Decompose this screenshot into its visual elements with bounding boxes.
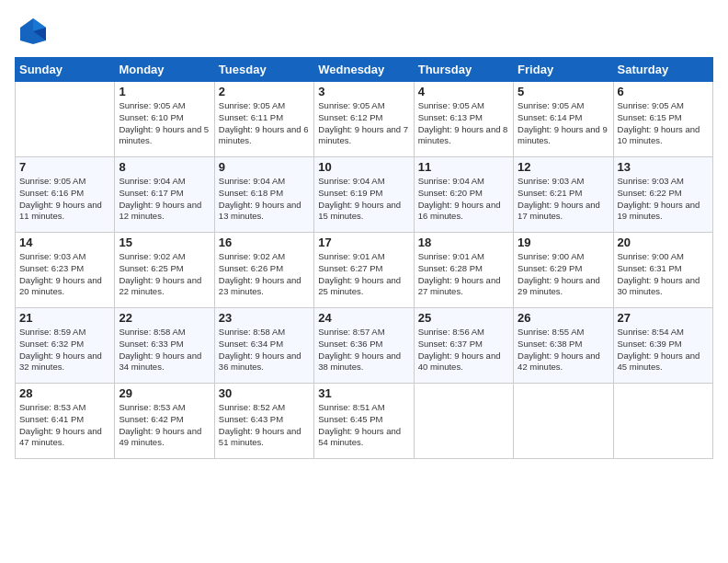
- weekday-header-sunday: Sunday: [16, 58, 115, 82]
- day-number: 21: [19, 311, 110, 325]
- cell-info: Sunrise: 8:53 AMSunset: 6:42 PMDaylight:…: [119, 402, 210, 449]
- weekday-header-thursday: Thursday: [414, 58, 513, 82]
- week-row-2: 14Sunrise: 9:03 AMSunset: 6:23 PMDayligh…: [16, 233, 713, 308]
- weekday-header-tuesday: Tuesday: [214, 58, 313, 82]
- cell-info: Sunrise: 9:02 AMSunset: 6:26 PMDaylight:…: [219, 251, 310, 298]
- calendar-cell: [16, 82, 115, 157]
- week-row-1: 7Sunrise: 9:05 AMSunset: 6:16 PMDaylight…: [16, 157, 713, 233]
- calendar-cell: 31Sunrise: 8:51 AMSunset: 6:45 PMDayligh…: [314, 384, 414, 459]
- weekday-header-row: SundayMondayTuesdayWednesdayThursdayFrid…: [16, 58, 713, 82]
- day-number: 15: [119, 236, 210, 249]
- calendar-cell: 13Sunrise: 9:03 AMSunset: 6:22 PMDayligh…: [613, 157, 712, 233]
- day-number: 18: [418, 236, 509, 249]
- calendar-cell: 6Sunrise: 9:05 AMSunset: 6:15 PMDaylight…: [613, 82, 712, 157]
- weekday-header-monday: Monday: [115, 58, 214, 82]
- calendar-cell: 28Sunrise: 8:53 AMSunset: 6:41 PMDayligh…: [16, 384, 115, 459]
- calendar-cell: 25Sunrise: 8:56 AMSunset: 6:37 PMDayligh…: [414, 308, 513, 384]
- day-number: 4: [418, 85, 509, 98]
- calendar-cell: [613, 384, 712, 459]
- cell-info: Sunrise: 9:05 AMSunset: 6:16 PMDaylight:…: [19, 176, 110, 223]
- calendar-cell: 8Sunrise: 9:04 AMSunset: 6:17 PMDaylight…: [115, 157, 214, 233]
- calendar-cell: 26Sunrise: 8:55 AMSunset: 6:38 PMDayligh…: [514, 308, 613, 384]
- week-row-0: 1Sunrise: 9:05 AMSunset: 6:10 PMDaylight…: [16, 82, 713, 157]
- cell-info: Sunrise: 8:58 AMSunset: 6:34 PMDaylight:…: [219, 327, 310, 373]
- day-number: 26: [518, 311, 609, 325]
- day-number: 24: [318, 311, 409, 325]
- calendar: SundayMondayTuesdayWednesdayThursdayFrid…: [15, 57, 713, 459]
- calendar-cell: 27Sunrise: 8:54 AMSunset: 6:39 PMDayligh…: [613, 308, 712, 384]
- cell-info: Sunrise: 9:03 AMSunset: 6:23 PMDaylight:…: [19, 251, 110, 298]
- day-number: 6: [618, 85, 709, 98]
- day-number: 10: [318, 160, 409, 174]
- calendar-cell: 1Sunrise: 9:05 AMSunset: 6:10 PMDaylight…: [115, 82, 214, 157]
- cell-info: Sunrise: 8:52 AMSunset: 6:43 PMDaylight:…: [219, 402, 310, 449]
- cell-info: Sunrise: 9:05 AMSunset: 6:11 PMDaylight:…: [219, 100, 310, 147]
- calendar-cell: 11Sunrise: 9:04 AMSunset: 6:20 PMDayligh…: [414, 157, 513, 233]
- calendar-cell: 12Sunrise: 9:03 AMSunset: 6:21 PMDayligh…: [514, 157, 613, 233]
- day-number: 1: [119, 85, 210, 98]
- cell-info: Sunrise: 9:05 AMSunset: 6:13 PMDaylight:…: [418, 100, 509, 147]
- day-number: 27: [618, 311, 709, 325]
- calendar-cell: 3Sunrise: 9:05 AMSunset: 6:12 PMDaylight…: [314, 82, 414, 157]
- calendar-cell: 15Sunrise: 9:02 AMSunset: 6:25 PMDayligh…: [115, 233, 214, 308]
- calendar-cell: 21Sunrise: 8:59 AMSunset: 6:32 PMDayligh…: [16, 308, 115, 384]
- cell-info: Sunrise: 8:55 AMSunset: 6:38 PMDaylight:…: [518, 327, 609, 373]
- cell-info: Sunrise: 8:57 AMSunset: 6:36 PMDaylight:…: [318, 327, 409, 373]
- calendar-cell: 23Sunrise: 8:58 AMSunset: 6:34 PMDayligh…: [214, 308, 313, 384]
- cell-info: Sunrise: 9:02 AMSunset: 6:25 PMDaylight:…: [119, 251, 210, 298]
- calendar-cell: 20Sunrise: 9:00 AMSunset: 6:31 PMDayligh…: [613, 233, 712, 308]
- day-number: 23: [219, 311, 310, 325]
- day-number: 29: [119, 386, 210, 400]
- day-number: 2: [219, 85, 310, 98]
- cell-info: Sunrise: 9:03 AMSunset: 6:22 PMDaylight:…: [618, 176, 709, 223]
- cell-info: Sunrise: 8:51 AMSunset: 6:45 PMDaylight:…: [318, 402, 409, 449]
- cell-info: Sunrise: 8:54 AMSunset: 6:39 PMDaylight:…: [618, 327, 709, 373]
- day-number: 19: [518, 236, 609, 249]
- day-number: 16: [219, 236, 310, 249]
- day-number: 31: [318, 386, 409, 400]
- calendar-cell: 14Sunrise: 9:03 AMSunset: 6:23 PMDayligh…: [16, 233, 115, 308]
- cell-info: Sunrise: 9:04 AMSunset: 6:20 PMDaylight:…: [418, 176, 509, 223]
- calendar-cell: 4Sunrise: 9:05 AMSunset: 6:13 PMDaylight…: [414, 82, 513, 157]
- calendar-cell: 16Sunrise: 9:02 AMSunset: 6:26 PMDayligh…: [214, 233, 313, 308]
- cell-info: Sunrise: 9:05 AMSunset: 6:10 PMDaylight:…: [119, 100, 210, 147]
- day-number: 28: [19, 386, 110, 400]
- calendar-cell: 24Sunrise: 8:57 AMSunset: 6:36 PMDayligh…: [314, 308, 414, 384]
- day-number: 20: [618, 236, 709, 249]
- day-number: 7: [19, 160, 110, 174]
- day-number: 22: [119, 311, 210, 325]
- cell-info: Sunrise: 9:01 AMSunset: 6:28 PMDaylight:…: [418, 251, 509, 298]
- calendar-cell: 19Sunrise: 9:00 AMSunset: 6:29 PMDayligh…: [514, 233, 613, 308]
- calendar-cell: 9Sunrise: 9:04 AMSunset: 6:18 PMDaylight…: [214, 157, 313, 233]
- calendar-cell: 18Sunrise: 9:01 AMSunset: 6:28 PMDayligh…: [414, 233, 513, 308]
- calendar-cell: 10Sunrise: 9:04 AMSunset: 6:19 PMDayligh…: [314, 157, 414, 233]
- calendar-cell: 22Sunrise: 8:58 AMSunset: 6:33 PMDayligh…: [115, 308, 214, 384]
- calendar-cell: 7Sunrise: 9:05 AMSunset: 6:16 PMDaylight…: [16, 157, 115, 233]
- cell-info: Sunrise: 8:53 AMSunset: 6:41 PMDaylight:…: [19, 402, 110, 449]
- day-number: 14: [19, 236, 110, 249]
- calendar-cell: [414, 384, 513, 459]
- day-number: 13: [618, 160, 709, 174]
- calendar-cell: 5Sunrise: 9:05 AMSunset: 6:14 PMDaylight…: [514, 82, 613, 157]
- weekday-header-wednesday: Wednesday: [314, 58, 414, 82]
- logo: [15, 15, 50, 48]
- page: SundayMondayTuesdayWednesdayThursdayFrid…: [0, 0, 728, 563]
- cell-info: Sunrise: 9:01 AMSunset: 6:27 PMDaylight:…: [318, 251, 409, 298]
- cell-info: Sunrise: 9:03 AMSunset: 6:21 PMDaylight:…: [518, 176, 609, 223]
- logo-icon: [15, 15, 48, 48]
- cell-info: Sunrise: 8:59 AMSunset: 6:32 PMDaylight:…: [19, 327, 110, 373]
- cell-info: Sunrise: 9:00 AMSunset: 6:31 PMDaylight:…: [618, 251, 709, 298]
- day-number: 17: [318, 236, 409, 249]
- cell-info: Sunrise: 9:00 AMSunset: 6:29 PMDaylight:…: [518, 251, 609, 298]
- cell-info: Sunrise: 9:04 AMSunset: 6:18 PMDaylight:…: [219, 176, 310, 223]
- day-number: 8: [119, 160, 210, 174]
- weekday-header-saturday: Saturday: [613, 58, 712, 82]
- cell-info: Sunrise: 9:05 AMSunset: 6:12 PMDaylight:…: [318, 100, 409, 147]
- cell-info: Sunrise: 9:05 AMSunset: 6:15 PMDaylight:…: [618, 100, 709, 147]
- day-number: 3: [318, 85, 409, 98]
- day-number: 9: [219, 160, 310, 174]
- week-row-4: 28Sunrise: 8:53 AMSunset: 6:41 PMDayligh…: [16, 384, 713, 459]
- header: [15, 15, 713, 48]
- weekday-header-friday: Friday: [514, 58, 613, 82]
- calendar-cell: 2Sunrise: 9:05 AMSunset: 6:11 PMDaylight…: [214, 82, 313, 157]
